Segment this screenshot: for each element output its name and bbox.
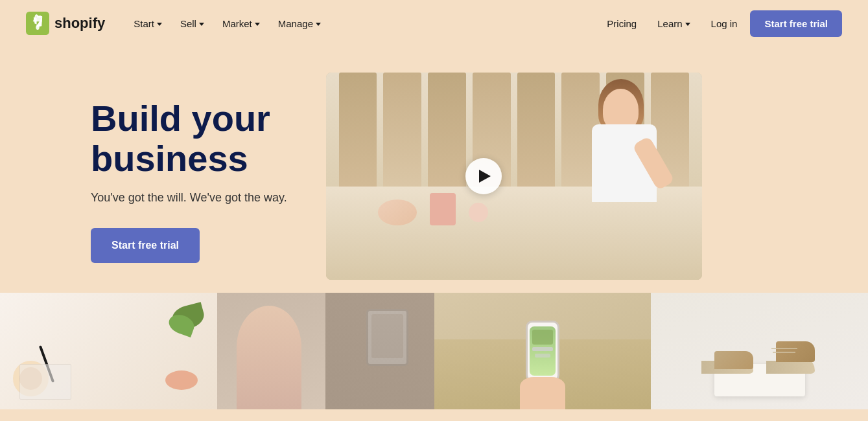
slat [428, 73, 466, 197]
hero-section: Build your business You've got the will.… [0, 47, 868, 280]
shoe-upper [714, 351, 753, 369]
nav-item-pricing[interactable]: Pricing [599, 13, 644, 34]
nav-label-sell: Sell [180, 18, 196, 29]
play-icon [479, 170, 491, 183]
chevron-down-icon [157, 23, 162, 26]
flower [165, 370, 198, 390]
text-line [535, 354, 550, 358]
person-torso [237, 306, 301, 409]
clothing-rack [325, 293, 434, 409]
thumbnail-mobile [434, 293, 651, 409]
woman-figure [534, 73, 663, 207]
nav-item-login[interactable]: Log in [703, 13, 745, 34]
thumbnail-clothing [217, 293, 434, 409]
shopify-logo-icon [26, 12, 49, 35]
chevron-down-icon [316, 23, 321, 26]
logo-link[interactable]: shopify [26, 12, 105, 35]
nav-cta-button[interactable]: Start free trial [750, 10, 842, 37]
nav-item-market[interactable]: Market [215, 13, 268, 34]
hero-content: Build your business You've got the will.… [91, 73, 287, 263]
craft-item-2 [430, 193, 456, 225]
nav-links-left: Start Sell Market Manage [126, 13, 599, 34]
shoe-2 [766, 341, 815, 374]
nav-links-right: Pricing Learn Log in Start free trial [599, 10, 842, 37]
nav-label-manage: Manage [278, 18, 313, 29]
text-line [532, 347, 553, 351]
phone [526, 321, 559, 381]
nav-item-start[interactable]: Start [126, 13, 170, 34]
hand [520, 377, 565, 409]
shoe-1 [701, 351, 753, 374]
video-play-button[interactable] [465, 158, 502, 194]
nav-item-manage[interactable]: Manage [270, 13, 329, 34]
chevron-down-icon [199, 23, 204, 26]
nav-item-sell[interactable]: Sell [172, 13, 212, 34]
thumbnail-shoes [651, 293, 868, 409]
logo-text: shopify [54, 15, 105, 32]
craft-item-3 [469, 203, 488, 222]
hero-title: Build your business [91, 98, 287, 178]
nav-label-learn: Learn [657, 18, 682, 29]
hero-subtitle: You've got the will. We've got the way. [91, 191, 287, 205]
hero-title-line1: Build your [91, 98, 270, 139]
shoe-sole-2 [766, 361, 815, 374]
thumbnail-strip [0, 280, 868, 409]
slat [383, 73, 421, 197]
hero-cta-button[interactable]: Start free trial [91, 228, 200, 263]
nav-item-learn[interactable]: Learn [650, 13, 698, 34]
notebook [19, 364, 71, 400]
navbar: shopify Start Sell Market Manage Pricing… [0, 0, 868, 47]
phone-screen [530, 326, 556, 376]
product-image [532, 330, 553, 345]
nav-label-pricing: Pricing [607, 18, 637, 29]
hero-video-area [326, 73, 702, 280]
thumbnail-craft [0, 293, 217, 409]
chevron-down-icon [685, 23, 690, 26]
nav-label-start: Start [134, 18, 154, 29]
chevron-down-icon [255, 23, 260, 26]
hero-title-line2: business [91, 138, 248, 179]
craft-item-1 [378, 199, 417, 225]
nav-label-login: Log in [711, 18, 738, 29]
video-bg [326, 73, 702, 280]
nav-label-market: Market [222, 18, 252, 29]
lace [771, 348, 797, 349]
svg-rect-0 [26, 12, 49, 35]
lace [773, 352, 795, 353]
video-thumbnail [326, 73, 702, 280]
slat [339, 73, 377, 197]
svg-point-1 [36, 25, 39, 30]
